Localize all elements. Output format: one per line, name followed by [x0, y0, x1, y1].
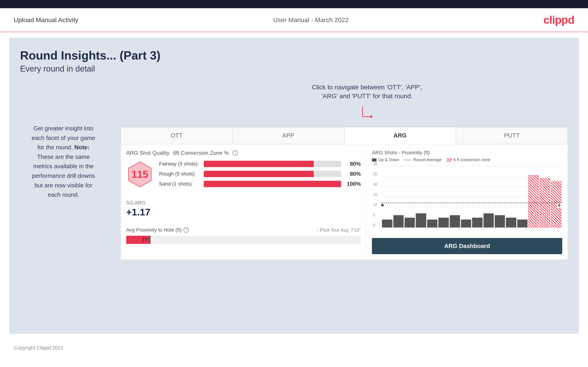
- chart-title: ARG Shots - Proximity (ft): [372, 150, 430, 156]
- dashed-line: 8: [381, 203, 562, 208]
- proximity-cursor: [150, 236, 150, 244]
- right-section: ARG Shots - Proximity (ft) Up & Down Rou…: [366, 144, 568, 260]
- dashed-line-value: 8: [557, 203, 561, 208]
- bar-9: [472, 166, 482, 227]
- sand-label: Sand (1 shots): [159, 181, 200, 187]
- proximity-pga-avg: ↑ PGA Tour Avg: 7'10": [316, 227, 361, 233]
- tab-arg[interactable]: ARG: [344, 127, 456, 144]
- chart-header: ARG Shots - Proximity (ft): [372, 150, 562, 156]
- tab-app[interactable]: APP: [233, 127, 344, 144]
- proximity-value: 77': [142, 237, 149, 243]
- shot-quality-header: ARG Shot Quality 6ft Conversion Zone % ?: [126, 150, 361, 156]
- legend: Up & Down Round Average 6 ft conversion …: [372, 158, 562, 162]
- sg-section: SG ARG +1.17: [126, 196, 361, 218]
- bar-7: [450, 166, 460, 227]
- proximity-label: Avg Proximity to Hole (ft) ?: [126, 227, 189, 233]
- bar-fill-10: [484, 213, 494, 227]
- bar-15: [540, 166, 550, 227]
- proximity-section: Avg Proximity to Hole (ft) ? ↑ PGA Tour …: [126, 223, 361, 244]
- bar-fill-11: [495, 215, 505, 227]
- bar-3: [405, 166, 415, 227]
- bar-fill-4: [416, 213, 426, 227]
- copyright-text: Copyright Clippd 2021: [14, 345, 63, 350]
- annotation-arrow-icon: [358, 104, 376, 122]
- bar-hatch-14: [528, 175, 539, 228]
- annotation-text: Click to navigate between 'OTT', 'APP','…: [312, 83, 422, 100]
- legend-box-dark: [372, 158, 376, 162]
- bar-4: [416, 166, 426, 227]
- footer: Copyright Clippd 2021: [0, 339, 588, 356]
- tabs-bar: OTT APP ARG PUTT: [121, 127, 568, 144]
- bar-fill-12: [506, 218, 516, 227]
- bar-12: [506, 166, 516, 227]
- rough-bar: [204, 171, 341, 177]
- bar-fill-7: [450, 215, 460, 227]
- fairway-bar: [204, 161, 341, 167]
- left-section: ARG Shot Quality 6ft Conversion Zone % ?: [121, 144, 366, 260]
- insight-text: Get greater insight into each facet of y…: [29, 124, 98, 200]
- rough-bar-fill: [204, 171, 314, 177]
- tab-putt[interactable]: PUTT: [456, 127, 568, 144]
- main-content: Round Insights... (Part 3) Every round i…: [9, 38, 579, 334]
- rough-label: Rough (5 shots): [159, 171, 200, 177]
- bar-10: [484, 166, 494, 227]
- bar-fill-6: [438, 218, 449, 227]
- arg-dashboard-button[interactable]: ARG Dashboard: [372, 238, 562, 254]
- bar-13: [517, 166, 527, 227]
- legend-hatch-box: [447, 158, 451, 162]
- page-title: Round Insights... (Part 3): [20, 49, 568, 62]
- bar-fill-1: [382, 219, 392, 227]
- right-panel: Click to navigate between 'OTT', 'APP','…: [121, 83, 568, 260]
- help-icon[interactable]: ?: [233, 150, 238, 156]
- annotation-area: Click to navigate between 'OTT', 'APP','…: [166, 83, 568, 122]
- sg-label: SG ARG: [126, 200, 361, 206]
- doc-title: User Manual - March 2022: [273, 17, 349, 24]
- bar-chart: 30 25 20 15: [372, 166, 562, 234]
- fairway-row: Fairway (5 shots) 80%: [159, 161, 361, 167]
- bar-6: [438, 166, 449, 227]
- bar-11: [495, 166, 505, 227]
- bar-fill-9: [472, 218, 482, 227]
- hex-container: 115 Fairway (5 shots) 80%: [126, 161, 361, 191]
- sand-bar-fill: [204, 181, 341, 187]
- legend-up-down-label: Up & Down: [378, 158, 399, 162]
- bar-2: [393, 166, 404, 227]
- left-panel: Get greater insight into each facet of y…: [20, 83, 111, 260]
- proximity-bar-container: 77': [126, 236, 361, 244]
- bar-16: [551, 166, 561, 227]
- sand-percent: 100%: [345, 181, 361, 187]
- clippd-logo: clippd: [544, 14, 574, 26]
- bar-14: [528, 166, 539, 227]
- fairway-bar-fill: [204, 161, 314, 167]
- bar-fill-13: [517, 219, 527, 227]
- proximity-help-icon[interactable]: ?: [183, 227, 189, 233]
- rough-row: Rough (5 shots) 80%: [159, 171, 361, 177]
- legend-dash-line: [405, 160, 411, 160]
- svg-marker-2: [371, 115, 373, 118]
- bar-fill-8: [461, 219, 471, 227]
- shot-bars: Fairway (5 shots) 80% Rough (5 shots): [159, 161, 361, 191]
- top-bar: [0, 0, 588, 8]
- page-subtitle: Every round in detail: [20, 64, 568, 74]
- dashboard-body: ARG Shot Quality 6ft Conversion Zone % ?: [121, 144, 568, 260]
- hex-value: 115: [131, 169, 148, 180]
- sand-row: Sand (1 shots) 100%: [159, 181, 361, 187]
- insight-box: Get greater insight into each facet of y…: [20, 119, 107, 204]
- sg-value: +1.17: [126, 207, 361, 218]
- rough-percent: 80%: [345, 171, 361, 177]
- tab-ott[interactable]: OTT: [121, 127, 233, 144]
- chart-bars-container: [381, 166, 562, 227]
- legend-up-down: Up & Down: [372, 158, 399, 162]
- bar-8: [461, 166, 471, 227]
- bar-5: [427, 166, 437, 227]
- logo-area: clippd: [544, 14, 574, 26]
- bar-fill-2: [393, 215, 404, 227]
- hexagon: 115: [126, 161, 154, 188]
- legend-round-avg: Round Average: [405, 158, 441, 162]
- bar-1: [382, 166, 392, 227]
- legend-round-avg-label: Round Average: [413, 158, 441, 162]
- proximity-header: Avg Proximity to Hole (ft) ? ↑ PGA Tour …: [126, 227, 361, 233]
- header: Upload Manual Activity User Manual - Mar…: [0, 8, 588, 32]
- sand-bar: [204, 181, 341, 187]
- legend-conversion: 6 ft conversion zone: [447, 158, 490, 162]
